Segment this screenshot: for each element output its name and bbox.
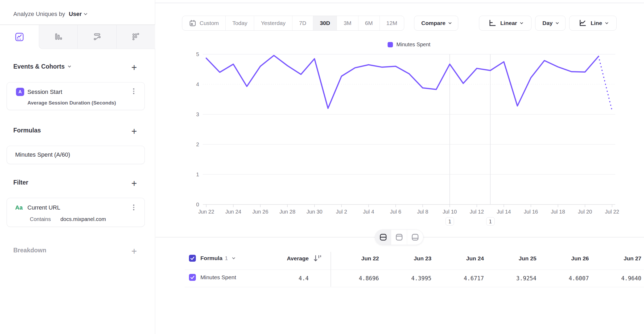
breakdown-heading: Breakdown [13,247,46,254]
chevron-down-icon [448,21,451,24]
cell-value: 4.3995 [381,275,431,282]
analyze-uniques-control[interactable]: Analyze Uniques by User [13,9,87,19]
svg-text:4: 4 [196,81,199,87]
date-range-yesterday[interactable]: Yesterday [254,16,292,30]
chevron-down-icon [232,256,235,259]
date-range-30d[interactable]: 30D [313,16,337,30]
filter-card-current-url[interactable]: Aa Current URL Contains docs.mixpanel.co… [7,198,145,227]
granularity-button[interactable]: Day [535,16,565,31]
svg-text:Jul 14: Jul 14 [497,209,511,215]
formulas-label: Formulas [13,127,41,134]
line-chart-type-icon [578,19,587,28]
svg-text:Jul 16: Jul 16 [524,209,538,215]
chart-view-toggle[interactable] [391,230,407,245]
date-range-3m[interactable]: 3M [337,16,358,30]
table-row-minutes-spent: Minutes Spent [189,274,236,281]
svg-text:Jul 2: Jul 2 [336,209,347,215]
event-letter-badge: A [16,88,24,96]
cell-value: 4.9640 [591,275,641,282]
table-view-toggle[interactable] [407,230,423,245]
filter-options-kebab-icon[interactable] [131,203,136,212]
row-checkbox[interactable] [189,274,196,281]
annotation-badge[interactable]: 1 [445,217,454,226]
date-range-7d[interactable]: 7D [292,16,313,30]
date-range-12m[interactable]: 12M [380,16,404,30]
chevron-down-icon [605,21,608,24]
date-column-header[interactable]: Jun 23 [381,255,431,262]
svg-text:Jun 28: Jun 28 [279,209,295,215]
formula-card[interactable]: Minutes Spent (A/60) [7,146,145,164]
split-view-toggle[interactable] [375,230,391,245]
split-view-icon [379,233,388,242]
date-range-6m[interactable]: 6M [358,16,380,30]
svg-text:Jul 20: Jul 20 [578,209,592,215]
events-cohorts-label: Events & Cohorts [13,63,65,70]
events-cohorts-heading[interactable]: Events & Cohorts [13,63,71,70]
date-column-header[interactable]: Jun 22 [328,255,379,262]
filter-heading: Filter [13,179,28,186]
sort-descending-icon[interactable] [313,254,324,263]
event-aggregation[interactable]: Average Session Duration (Seconds) [27,100,116,106]
legend-swatch [388,42,393,47]
analyze-uniques-label: Analyze Uniques by [13,11,65,18]
svg-text:1: 1 [196,172,199,177]
annotation-badge[interactable]: 1 [486,217,495,226]
svg-text:0: 0 [196,202,199,207]
row-label[interactable]: Minutes Spent [200,274,236,281]
chevron-down-icon [68,64,71,67]
svg-text:Jul 8: Jul 8 [417,209,428,215]
legend-label: Minutes Spent [397,41,431,48]
filter-operator[interactable]: Contains [30,216,51,222]
chevron-down-icon [84,12,88,15]
add-filter-button[interactable]: + [128,178,140,189]
date-column-header[interactable]: Jun 27 [591,255,641,262]
chevron-down-icon [556,21,559,24]
event-name[interactable]: Session Start [27,89,62,95]
svg-text:Jun 22: Jun 22 [198,209,214,215]
average-column-header[interactable]: Average [261,255,309,262]
flow-tab-icon [92,31,102,42]
date-range-custom[interactable]: Custom [182,16,226,30]
cell-value: 4.8696 [328,275,379,282]
date-column-header[interactable]: Jun 26 [538,255,589,262]
table-view-icon [411,233,420,242]
chart-type-button[interactable]: Line [569,16,617,31]
formulas-heading: Formulas [13,127,41,134]
date-range-today[interactable]: Today [226,16,254,30]
table-header-left: Formula 1 [189,255,235,262]
analyze-uniques-value[interactable]: User [69,11,82,18]
svg-text:Jul 12: Jul 12 [470,209,484,215]
chart-type-label: Line [591,20,602,26]
select-all-checkbox[interactable] [189,255,196,262]
compare-button[interactable]: Compare [414,16,458,31]
tab-metrics[interactable] [116,25,155,49]
filter-value[interactable]: docs.mixpanel.com [60,216,106,222]
row-group-index: 1 [225,255,228,261]
svg-text:Jul 4: Jul 4 [363,209,374,215]
tab-insights-active[interactable] [0,25,39,49]
filter-property-name[interactable]: Current URL [27,204,60,211]
chevron-down-icon [520,21,523,24]
bar-chart-tab-icon [53,31,64,42]
svg-text:Jul 10: Jul 10 [443,209,457,215]
cell-value: 4.6007 [538,275,589,282]
svg-text:2: 2 [196,141,199,147]
scale-button[interactable]: Linear [479,16,531,31]
legend-minutes-spent[interactable]: Minutes Spent [388,41,431,48]
tab-flows[interactable] [77,25,116,49]
event-options-kebab-icon[interactable] [131,87,136,96]
date-column-header[interactable]: Jun 25 [486,255,536,262]
tab-bar-chart[interactable] [39,25,78,49]
svg-text:Jun 24: Jun 24 [225,209,241,215]
add-event-button[interactable]: + [128,62,140,73]
insights-report-page: 012345Jun 22Jun 24Jun 26Jun 28Jun 30Jul … [0,0,644,334]
metric-tab-icon [130,31,141,42]
date-column-header[interactable]: Jun 24 [433,255,484,262]
add-formula-button[interactable]: + [128,126,140,137]
event-card-session-start[interactable]: A Session Start Average Session Duration… [7,82,145,110]
row-group-label[interactable]: Formula [200,255,222,261]
date-range-selector: CustomTodayYesterday7D30D3M6M12M [182,16,404,31]
add-breakdown-button[interactable]: + [128,245,140,257]
line-chart-tab-icon [14,32,25,42]
formula-name[interactable]: Minutes Spent (A/60) [15,151,70,158]
